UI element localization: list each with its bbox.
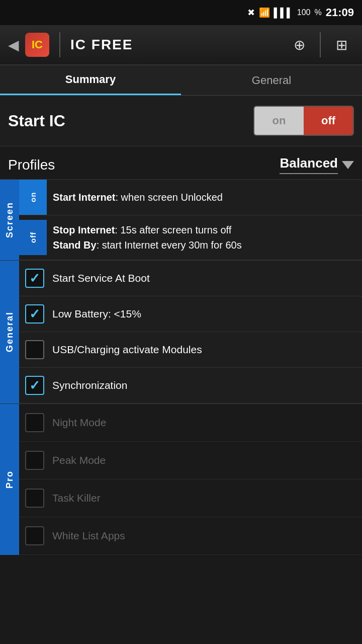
divider2	[320, 32, 321, 57]
checkbox-peak[interactable]	[25, 451, 44, 470]
toggle-on[interactable]: on	[254, 107, 304, 135]
divider	[59, 32, 60, 57]
off-badge: off	[19, 220, 47, 255]
toggle-off[interactable]: off	[304, 107, 353, 135]
profiles-dropdown[interactable]: Balanced	[280, 155, 354, 174]
label-whitelist: White List Apps	[52, 530, 125, 542]
app-title: IC FREE	[70, 37, 281, 53]
checkmark-boot: ✓	[29, 272, 40, 285]
label-peak: Peak Mode	[52, 454, 106, 466]
status-icons: ✖ 📶 ▌▌▌ 100% 21:09	[247, 6, 354, 19]
settings-button[interactable]: ⊞	[329, 32, 354, 57]
general-items: ✓ Start Service At Boot ✓ Low Battery: <…	[19, 261, 362, 404]
general-side-tab[interactable]: General	[0, 261, 19, 404]
label-boot: Start Service At Boot	[52, 272, 150, 284]
pro-check-row-whitelist[interactable]: White List Apps	[19, 517, 362, 555]
label-battery: Low Battery: <15%	[52, 308, 141, 320]
checkbox-sync[interactable]: ✓	[25, 376, 44, 395]
general-section: General ✓ Start Service At Boot ✓ Low Ba…	[0, 261, 362, 404]
battery-icon: 100	[297, 8, 311, 17]
signal-icon: ▌▌▌	[274, 8, 293, 18]
screen-tab[interactable]: Screen	[0, 180, 19, 260]
check-row-sync[interactable]: ✓ Synchronization	[19, 368, 362, 404]
pro-section: Pro Night Mode Peak Mode Task Killer Whi…	[0, 404, 362, 555]
general-tab-label: General	[5, 311, 15, 352]
start-ic-section: Start IC on off	[0, 96, 362, 146]
top-actions: ⊕ ⊞	[287, 32, 354, 57]
check-row-boot[interactable]: ✓ Start Service At Boot	[19, 261, 362, 296]
start-ic-label: Start IC	[8, 112, 65, 130]
profiles-label: Profiles	[8, 157, 55, 173]
tab-general[interactable]: General	[181, 65, 362, 95]
pro-side-tab[interactable]: Pro	[0, 404, 19, 555]
battery-percent: %	[314, 8, 321, 17]
pro-check-row-peak[interactable]: Peak Mode	[19, 442, 362, 479]
checkbox-boot[interactable]: ✓	[25, 269, 44, 288]
checkbox-battery[interactable]: ✓	[25, 304, 44, 324]
pro-check-row-night[interactable]: Night Mode	[19, 404, 362, 442]
add-button[interactable]: ⊕	[287, 32, 312, 57]
tabs: Summary General	[0, 65, 362, 96]
pro-items: Night Mode Peak Mode Task Killer White L…	[19, 404, 362, 555]
bluetooth-icon: ✖	[247, 7, 255, 18]
checkmark-battery: ✓	[29, 307, 40, 320]
stop-internet-row: Stop Internet: 15s after screen turns of…	[47, 215, 362, 260]
screen-section: Screen on Start Internet: when screen Un…	[0, 180, 362, 261]
checkbox-usb[interactable]	[25, 340, 44, 359]
check-row-battery[interactable]: ✓ Low Battery: <15%	[19, 296, 362, 332]
wifi-icon: 📶	[259, 7, 270, 18]
status-bar: ✖ 📶 ▌▌▌ 100% 21:09	[0, 0, 362, 25]
start-ic-toggle[interactable]: on off	[253, 106, 354, 136]
on-badge: on	[19, 180, 47, 215]
label-usb: USB/Charging activate Modules	[52, 344, 202, 356]
checkbox-whitelist[interactable]	[25, 526, 44, 545]
profiles-section: Profiles Balanced	[0, 146, 362, 180]
pro-check-row-task[interactable]: Task Killer	[19, 479, 362, 517]
check-row-usb[interactable]: USB/Charging activate Modules	[19, 332, 362, 368]
checkbox-task[interactable]	[25, 489, 44, 508]
top-bar: ◀ IC IC FREE ⊕ ⊞	[0, 25, 362, 65]
screen-rows: on Start Internet: when screen Unlocked …	[19, 180, 362, 260]
checkmark-sync: ✓	[29, 379, 40, 392]
profiles-value-text: Balanced	[280, 155, 338, 174]
screen-tab-label: Screen	[5, 202, 15, 238]
app-logo: IC	[25, 33, 49, 57]
dropdown-arrow-icon	[342, 161, 354, 169]
tab-summary[interactable]: Summary	[0, 65, 181, 95]
screen-row-1[interactable]: on Start Internet: when screen Unlocked	[19, 180, 362, 215]
checkbox-night[interactable]	[25, 413, 44, 432]
label-night: Night Mode	[52, 417, 106, 429]
label-sync: Synchronization	[52, 379, 127, 391]
start-internet-row: Start Internet: when screen Unlocked	[47, 183, 362, 212]
pro-tab-label: Pro	[5, 470, 15, 489]
status-time: 21:09	[326, 6, 354, 19]
screen-row-2[interactable]: off Stop Internet: 15s after screen turn…	[19, 215, 362, 260]
label-task: Task Killer	[52, 492, 101, 504]
back-button[interactable]: ◀	[8, 37, 19, 53]
